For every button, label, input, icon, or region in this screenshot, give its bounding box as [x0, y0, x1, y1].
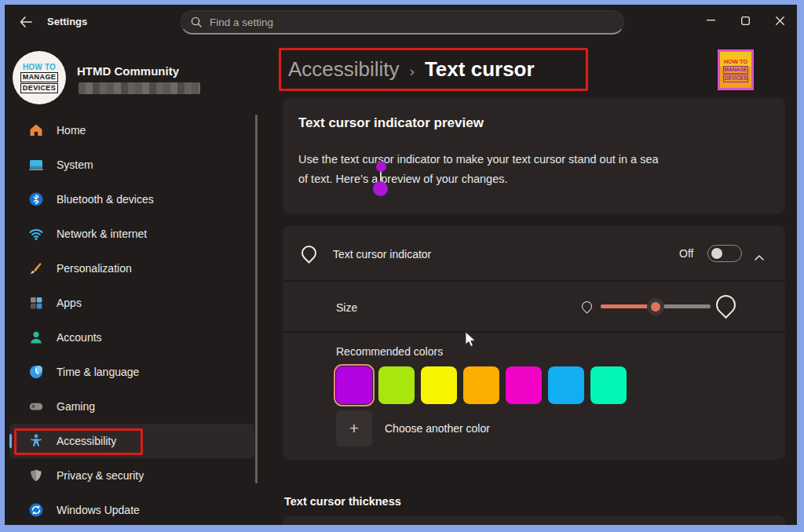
sidebar-item-label: Accounts — [57, 331, 102, 344]
thickness-section-title: Text cursor thickness — [284, 495, 401, 508]
text-cursor-indicator-top — [376, 162, 386, 172]
preview-body-line1: Use the text cursor indicator to make yo… — [298, 153, 659, 166]
close-icon — [776, 16, 784, 25]
sidebar-item-privacy[interactable]: Privacy & security — [9, 458, 254, 493]
user-name: HTMD Community — [77, 64, 179, 78]
text-cursor-preview-card: Text cursor indicator preview Use the te… — [283, 98, 785, 213]
personalization-icon — [28, 261, 44, 276]
choose-another-color-button[interactable]: + — [336, 410, 372, 446]
page-title: Text cursor — [425, 57, 535, 82]
windows-update-icon — [28, 502, 44, 518]
gaming-icon — [28, 399, 44, 414]
recommended-colors-label: Recommended colors — [336, 345, 443, 358]
sidebar-item-label: Network & internet — [57, 228, 147, 240]
window-controls — [693, 5, 797, 36]
size-row: Size — [283, 282, 785, 332]
color-swatch-sky-blue[interactable] — [548, 366, 584, 404]
minimize-button[interactable] — [693, 5, 728, 36]
search-icon — [191, 16, 202, 27]
recommended-colors-row: Recommended colors + Choose another colo… — [283, 333, 785, 460]
gumdrop-icon — [298, 242, 320, 264]
htmd-brand-badge: HOW TO MANAGE DEVICES — [718, 49, 754, 90]
sidebar-item-accounts[interactable]: Accounts — [9, 320, 254, 355]
back-arrow-icon — [20, 16, 32, 27]
sidebar-item-time-language[interactable]: Time & language — [9, 355, 254, 389]
title-bar: Settings — [5, 5, 797, 39]
accessibility-icon — [28, 433, 44, 449]
badge-text: HOW TO — [724, 58, 748, 65]
breadcrumb-separator: › — [410, 63, 415, 80]
sidebar-item-system[interactable]: System — [9, 148, 254, 182]
gumdrop-large-icon — [712, 291, 740, 319]
maximize-icon — [741, 16, 750, 25]
avatar-text: MANAGE — [20, 72, 58, 82]
sidebar-nav: Home System Bluetooth & devices Network … — [9, 113, 254, 525]
size-label: Size — [336, 301, 357, 314]
toggle-knob — [711, 248, 722, 259]
color-swatch-purple[interactable] — [336, 366, 372, 404]
avatar-text: HOW TO — [23, 63, 56, 71]
sidebar-item-apps[interactable]: Apps — [9, 286, 254, 320]
window-title: Settings — [47, 16, 87, 27]
sidebar-item-label: Time & language — [57, 366, 139, 378]
selected-accent-bar — [9, 434, 12, 448]
breadcrumb: Accessibility › Text cursor — [288, 48, 535, 91]
sidebar-item-label: Personalization — [57, 262, 132, 275]
color-swatch-yellow[interactable] — [421, 366, 457, 404]
text-cursor-indicator-row: Text cursor indicator Off — [283, 226, 785, 281]
gumdrop-small-icon — [579, 299, 594, 313]
avatar-text: DEVICES — [20, 83, 58, 93]
sidebar-item-label: Home — [57, 124, 86, 137]
sidebar-item-label: Gaming — [57, 400, 95, 413]
sidebar-item-gaming[interactable]: Gaming — [9, 389, 254, 424]
toggle-state-label: Off — [679, 247, 693, 260]
color-swatch-mint[interactable] — [590, 366, 627, 404]
size-slider-thumb-dot — [651, 302, 660, 312]
chevron-up-icon — [754, 254, 765, 261]
screenshot-frame: Settings HOW TO MANAGE DEVICES HTMD Comm… — [0, 0, 804, 532]
choose-another-color-label: Choose another color — [385, 422, 490, 435]
sidebar-item-home[interactable]: Home — [9, 113, 254, 148]
bluetooth-icon — [28, 191, 44, 207]
color-swatch-magenta[interactable] — [506, 366, 542, 404]
indicator-row-label: Text cursor indicator — [333, 248, 431, 261]
size-slider-thumb[interactable] — [647, 298, 664, 315]
sidebar-item-bluetooth[interactable]: Bluetooth & devices — [9, 182, 254, 217]
time-language-icon — [28, 364, 44, 380]
color-swatch-orange[interactable] — [463, 366, 499, 404]
avatar[interactable]: HOW TO MANAGE DEVICES — [12, 50, 67, 105]
sidebar-item-network[interactable]: Network & internet — [9, 217, 254, 251]
sidebar-item-label: Accessibility — [57, 435, 116, 447]
sidebar-item-label: System — [57, 159, 93, 171]
sidebar-scrollbar[interactable] — [255, 115, 258, 483]
thickness-card-partial — [283, 516, 785, 525]
home-icon — [28, 122, 44, 138]
badge-text: MANAGE — [723, 66, 749, 74]
sidebar-item-personalization[interactable]: Personalization — [9, 251, 254, 286]
maximize-button[interactable] — [728, 5, 762, 36]
settings-window: Settings HOW TO MANAGE DEVICES HTMD Comm… — [5, 5, 797, 525]
badge-text: DEVICES — [723, 75, 749, 82]
sidebar-item-windows-update[interactable]: Windows Update — [9, 493, 254, 525]
apps-icon — [28, 295, 44, 311]
user-email-redacted — [79, 82, 200, 94]
mouse-cursor — [465, 331, 477, 348]
close-button[interactable] — [762, 5, 797, 36]
back-button[interactable] — [16, 12, 36, 32]
sidebar-item-label: Windows Update — [57, 504, 140, 516]
preview-body-line2: of text. Here’s a preview of your change… — [298, 173, 508, 185]
sidebar-item-label: Privacy & security — [57, 469, 144, 482]
text-cursor-indicator-toggle[interactable] — [707, 245, 742, 262]
sidebar-item-label: Apps — [57, 297, 82, 309]
minimize-icon — [707, 20, 715, 21]
sidebar-item-accessibility[interactable]: Accessibility — [9, 424, 254, 458]
color-swatch-lime[interactable] — [378, 366, 415, 404]
text-cursor-indicator-bottom — [373, 181, 388, 196]
sidebar-item-label: Bluetooth & devices — [57, 193, 154, 206]
color-swatch-row — [336, 366, 627, 404]
search-input[interactable] — [210, 16, 590, 28]
breadcrumb-parent[interactable]: Accessibility — [288, 57, 400, 82]
plus-icon: + — [349, 419, 359, 438]
search-box[interactable] — [181, 10, 624, 35]
collapse-row-button[interactable] — [754, 250, 765, 264]
